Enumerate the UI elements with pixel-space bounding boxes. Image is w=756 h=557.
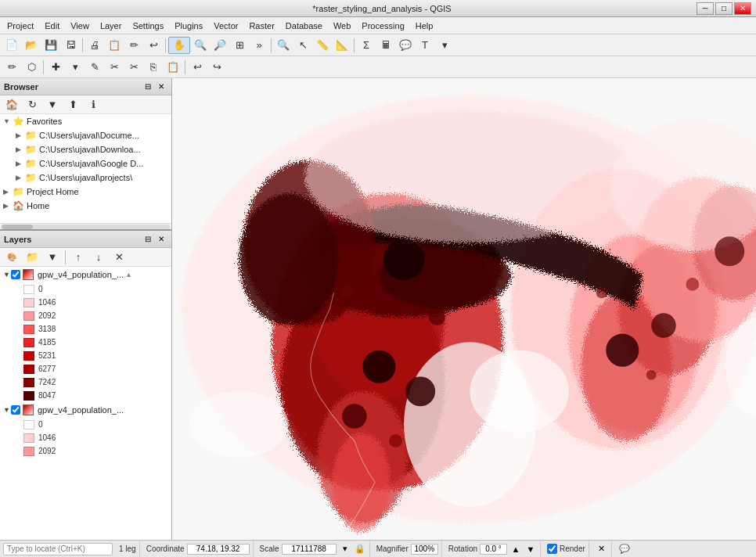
menu-plugins[interactable]: Plugins bbox=[169, 20, 208, 32]
menu-web[interactable]: Web bbox=[328, 20, 356, 32]
paste-button[interactable]: 📋 bbox=[164, 59, 182, 76]
measure-more-button[interactable]: 📐 bbox=[333, 37, 351, 54]
menu-layer[interactable]: Layer bbox=[95, 20, 128, 32]
minimize-button[interactable]: ─ bbox=[697, 2, 714, 15]
filter-layers-button[interactable]: ▼ bbox=[43, 249, 62, 266]
reports-button[interactable]: 📋 bbox=[105, 37, 124, 54]
render-seg: Render bbox=[544, 541, 589, 557]
edit-feature-button[interactable]: ✎ bbox=[85, 59, 104, 76]
layer-2-header[interactable]: ▼ gpw_v4_population_... bbox=[0, 402, 171, 418]
browser-tree[interactable]: ▼ ⭐ Favorites ▶ 📁 C:\Users\ujaval\Docume… bbox=[0, 114, 171, 223]
pan-tool-button[interactable]: ✋ bbox=[168, 37, 190, 54]
tree-item-projects[interactable]: ▶ 📁 C:\Users\ujaval\projects\ bbox=[0, 171, 171, 185]
render-checkbox[interactable] bbox=[547, 544, 557, 554]
magnifier-input[interactable] bbox=[411, 544, 438, 555]
more-features-button[interactable]: ▾ bbox=[66, 59, 85, 76]
browser-refresh-icon[interactable]: ↻ bbox=[23, 96, 41, 113]
rotation-down-button[interactable]: ▼ bbox=[524, 543, 537, 555]
open-project-button[interactable]: 📂 bbox=[22, 37, 41, 54]
locator-input[interactable] bbox=[3, 543, 113, 555]
menu-view[interactable]: View bbox=[65, 20, 95, 32]
rotation-input[interactable] bbox=[480, 544, 507, 555]
layers-close-button[interactable]: ✕ bbox=[155, 233, 167, 246]
tree-item-documents[interactable]: ▶ 📁 C:\Users\ujaval\Docume... bbox=[0, 128, 171, 142]
rotation-up-button[interactable]: ▲ bbox=[509, 543, 522, 555]
coordinate-input[interactable] bbox=[187, 544, 250, 555]
menu-settings[interactable]: Settings bbox=[127, 20, 169, 32]
cut-button[interactable]: ✂ bbox=[124, 59, 143, 76]
select-button[interactable]: ↖ bbox=[293, 37, 312, 54]
digitizing-button[interactable]: ✏ bbox=[124, 37, 143, 54]
messages-button[interactable]: 💬 bbox=[618, 543, 631, 555]
browser-collapse-icon[interactable]: ⬆ bbox=[63, 96, 82, 113]
move-layer-down-button[interactable]: ↓ bbox=[89, 249, 108, 266]
digitize-button[interactable]: ✏ bbox=[2, 59, 21, 76]
zoom-out-button[interactable]: 🔎 bbox=[211, 37, 229, 54]
zoom-more-button[interactable]: » bbox=[250, 37, 268, 54]
layer-group-1[interactable]: ▼ gpw_v4_population_... ▲ 0 bbox=[0, 267, 171, 402]
layers-content[interactable]: ▼ gpw_v4_population_... ▲ 0 bbox=[0, 267, 171, 540]
zoom-in-button[interactable]: 🔍 bbox=[191, 37, 210, 54]
menu-raster[interactable]: Raster bbox=[243, 20, 279, 32]
maximize-button[interactable]: □ bbox=[715, 2, 733, 15]
menu-database[interactable]: Database bbox=[280, 20, 328, 32]
tree-item-project-home[interactable]: ▶ 📁 Project Home bbox=[0, 185, 171, 199]
browser-filter-icon[interactable]: ▼ bbox=[43, 96, 62, 113]
layer-group-2[interactable]: ▼ gpw_v4_population_... 0 1046 bbox=[0, 402, 171, 458]
print-layout-button[interactable]: 🖨 bbox=[85, 37, 104, 54]
copy-button[interactable]: ⎘ bbox=[144, 59, 163, 76]
dl-path-label: C:\Users\ujaval\Downloa... bbox=[39, 145, 141, 154]
label-button[interactable]: T bbox=[416, 37, 434, 54]
remove-layer-button[interactable]: ✕ bbox=[110, 249, 128, 266]
legend-2-0: 0 bbox=[0, 418, 171, 431]
edit-nodes-button[interactable]: ⬡ bbox=[22, 59, 41, 76]
annotate-button[interactable]: 💬 bbox=[396, 37, 415, 54]
svg-point-22 bbox=[405, 376, 435, 406]
stats-button[interactable]: Σ bbox=[357, 37, 376, 54]
tree-item-home[interactable]: ▶ 🏠 Home bbox=[0, 199, 171, 213]
calc-button[interactable]: 🖩 bbox=[376, 37, 395, 54]
map-area[interactable] bbox=[172, 78, 756, 540]
menu-edit[interactable]: Edit bbox=[39, 20, 65, 32]
measure-button[interactable]: 📏 bbox=[313, 37, 332, 54]
undo-button[interactable]: ↩ bbox=[144, 37, 163, 54]
scale-input[interactable] bbox=[282, 544, 337, 555]
undo2-button[interactable]: ↩ bbox=[188, 59, 207, 76]
layer-2-arrow-icon: ▼ bbox=[3, 406, 11, 414]
svg-point-35 bbox=[189, 391, 288, 457]
layers-float-button[interactable]: ⊟ bbox=[142, 233, 154, 246]
redo-button[interactable]: ↪ bbox=[207, 59, 226, 76]
browser-info-icon[interactable]: ℹ bbox=[84, 96, 103, 113]
tree-favorites-group[interactable]: ▼ ⭐ Favorites bbox=[0, 114, 171, 128]
layer-2-visibility-checkbox[interactable] bbox=[11, 405, 20, 415]
layer-1-visibility-checkbox[interactable] bbox=[11, 270, 20, 279]
open-layer-tree-button[interactable]: 🎨 bbox=[2, 249, 21, 266]
tree-item-downloads[interactable]: ▶ 📁 C:\Users\ujaval\Downloa... bbox=[0, 142, 171, 156]
layer-1-header[interactable]: ▼ gpw_v4_population_... ▲ bbox=[0, 267, 171, 282]
new-project-button[interactable]: 📄 bbox=[2, 37, 21, 54]
menu-help[interactable]: Help bbox=[410, 20, 439, 32]
cancel-render-seg: ✕ bbox=[592, 541, 612, 557]
cancel-render-button[interactable]: ✕ bbox=[596, 543, 608, 555]
delete-feature-button[interactable]: ✂ bbox=[105, 59, 124, 76]
svg-point-17 bbox=[239, 194, 337, 326]
browser-home-icon[interactable]: 🏠 bbox=[2, 96, 21, 113]
zoom-full-button[interactable]: ⊞ bbox=[230, 37, 249, 54]
legend-label-1-3: 3138 bbox=[38, 325, 56, 333]
lock-scale-button[interactable]: 🔒 bbox=[354, 543, 366, 555]
add-feature-button[interactable]: ✚ bbox=[46, 59, 65, 76]
menu-project[interactable]: Project bbox=[2, 20, 39, 32]
tree-item-google[interactable]: ▶ 📁 C:\Users\ujaval\Google D... bbox=[0, 156, 171, 171]
close-button[interactable]: ✕ bbox=[734, 2, 751, 15]
save-project-button[interactable]: 💾 bbox=[41, 37, 60, 54]
label-more-button[interactable]: ▾ bbox=[435, 37, 454, 54]
browser-close-button[interactable]: ✕ bbox=[155, 81, 167, 93]
browser-float-button[interactable]: ⊟ bbox=[142, 81, 154, 93]
move-layer-up-button[interactable]: ↑ bbox=[69, 249, 88, 266]
menu-processing[interactable]: Processing bbox=[356, 20, 409, 32]
add-group-button[interactable]: 📁 bbox=[23, 249, 41, 266]
menu-vector[interactable]: Vector bbox=[208, 20, 243, 32]
scale-dropdown-button[interactable]: ▾ bbox=[339, 543, 351, 555]
identify-button[interactable]: 🔍 bbox=[274, 37, 293, 54]
save-as-button[interactable]: 🖫 bbox=[61, 37, 80, 54]
